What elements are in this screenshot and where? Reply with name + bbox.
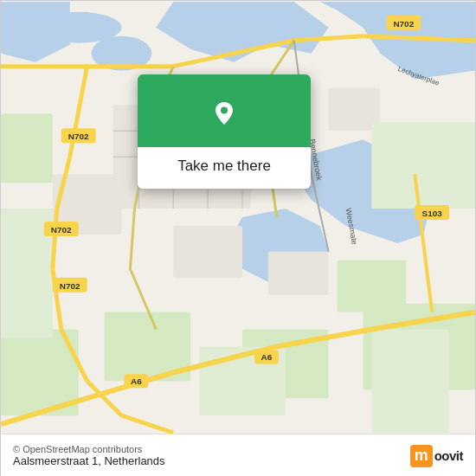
svg-text:N702: N702 xyxy=(60,281,80,291)
svg-text:A6: A6 xyxy=(131,376,142,386)
popup-bottom: Take me there xyxy=(164,147,285,189)
popup-top xyxy=(138,74,311,147)
address-text: Aalsmeerstraat 1, Netherlands xyxy=(13,454,165,467)
moovit-name: oovit xyxy=(434,448,463,463)
popup-card: Take me there xyxy=(138,74,311,189)
svg-text:N702: N702 xyxy=(393,19,414,29)
svg-rect-9 xyxy=(173,226,242,278)
moovit-logo: m oovit xyxy=(410,445,463,467)
moovit-m-icon: m xyxy=(410,445,433,467)
svg-text:A6: A6 xyxy=(261,352,273,362)
bottom-left: © OpenStreetMap contributors Aalsmeerstr… xyxy=(13,444,165,467)
location-pin-icon xyxy=(205,93,243,132)
svg-point-76 xyxy=(221,107,228,114)
app-container: N702 N702 N702 N702 S103 A6 A6 Stelling … xyxy=(0,0,476,476)
map-container[interactable]: N702 N702 N702 N702 S103 A6 A6 Stelling … xyxy=(1,1,475,434)
svg-text:S103: S103 xyxy=(422,209,443,218)
svg-text:N702: N702 xyxy=(51,225,72,235)
copyright-text: © OpenStreetMap contributors xyxy=(13,444,165,454)
svg-rect-13 xyxy=(1,113,53,183)
take-me-there-button[interactable]: Take me there xyxy=(177,156,271,177)
svg-rect-10 xyxy=(268,252,329,295)
svg-rect-21 xyxy=(371,330,449,434)
svg-text:N702: N702 xyxy=(68,132,89,141)
bottom-bar: © OpenStreetMap contributors Aalsmeerstr… xyxy=(1,434,475,476)
svg-rect-20 xyxy=(371,122,475,209)
